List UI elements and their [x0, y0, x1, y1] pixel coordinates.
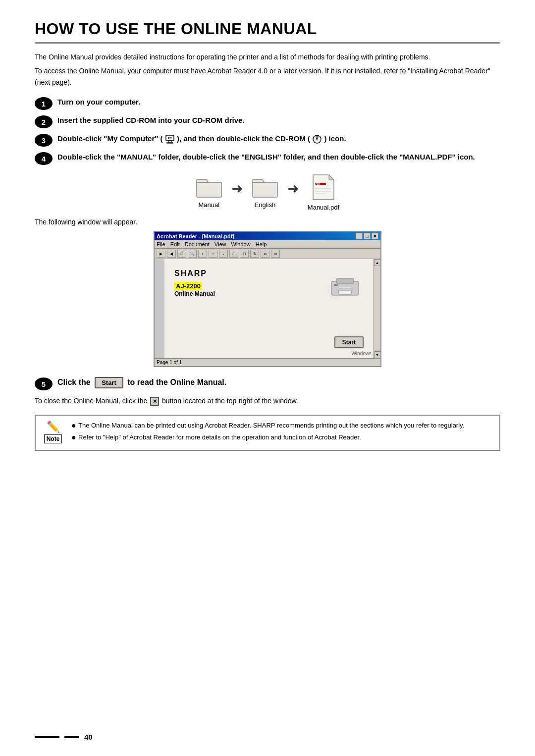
scrollbar-down[interactable]: ▼	[374, 351, 381, 358]
arrow-1-icon: ➜	[231, 180, 243, 197]
step-text-5: Click the Start to read the Online Manua…	[57, 377, 226, 388]
english-folder-label: English	[255, 201, 276, 209]
toolbar-btn-7[interactable]: -	[219, 250, 228, 258]
pdf-file-label: Manual.pdf	[308, 204, 339, 211]
toolbar-btn-3[interactable]: ⊞	[177, 250, 186, 258]
english-folder-icon	[252, 176, 278, 198]
my-computer-icon: PC	[165, 135, 175, 144]
maximize-button[interactable]: □	[364, 233, 371, 239]
svg-rect-20	[339, 287, 351, 288]
svg-point-5	[316, 138, 318, 140]
x-close-button: ✕	[150, 397, 159, 406]
folder-flow: Manual ➜ English ➜ PDF Manual.pd	[35, 174, 500, 211]
arrow-2-icon: ➜	[287, 180, 299, 197]
english-folder-item: English	[252, 176, 278, 209]
windows-label: Windows	[351, 351, 372, 356]
window-scrollbar: ▲ ▼	[374, 259, 380, 358]
sharp-logo-text: SHARP	[174, 269, 207, 278]
step-5-container: 5 Click the Start to read the Online Man…	[35, 377, 500, 390]
cd-rom-icon: CD	[312, 135, 322, 144]
window-toolbar: ▶ ◀ ⊞ 🔍 T + - ⊡ ⊟ ↻ ⇦ ⇨	[155, 249, 380, 259]
step-text-3: Double-click "My Computer" ( PC ), and t…	[57, 133, 346, 145]
svg-rect-7	[197, 182, 221, 197]
toolbar-btn-8[interactable]: ⊡	[229, 250, 238, 258]
step-4: 4 Double-click the "MANUAL" folder, doub…	[35, 152, 500, 165]
window-main-content: SHARP AJ-2200 Online Manual Start	[164, 259, 374, 358]
footer-rule-2	[64, 736, 79, 738]
window-sidebar-panel	[155, 259, 164, 358]
close-instruction: To close the Online Manual, click the ✕ …	[35, 395, 500, 406]
step-number-5: 5	[35, 378, 53, 390]
note-item-2: ● Refer to "Help" of Acrobat Reader for …	[71, 432, 464, 443]
window-title: Acrobat Reader - [Manual.pdf]	[157, 233, 234, 239]
svg-rect-17	[336, 278, 354, 283]
window-statusbar: Page 1 of 1	[155, 358, 380, 366]
step-text-2: Insert the supplied CD-ROM into your CD-…	[57, 115, 245, 126]
manual-folder-item: Manual	[196, 176, 222, 209]
menu-window[interactable]: Window	[231, 241, 251, 247]
step-number-4: 4	[35, 152, 53, 165]
manual-folder-label: Manual	[199, 201, 220, 209]
step-text-4: Double-click the "MANUAL" folder, double…	[57, 152, 475, 163]
statusbar-text: Page 1 of 1	[157, 360, 182, 365]
menu-document[interactable]: Document	[185, 241, 210, 247]
following-text: The following window will appear.	[35, 218, 500, 226]
acrobat-window: Acrobat Reader - [Manual.pdf] _ □ ✕ File…	[154, 231, 381, 367]
menu-edit[interactable]: Edit	[170, 241, 180, 247]
step-number-1: 1	[35, 97, 53, 110]
toolbar-btn-12[interactable]: ⇨	[271, 250, 280, 258]
manual-folder-icon	[196, 176, 222, 198]
footer-rule-1	[35, 736, 59, 738]
step-number-3: 3	[35, 134, 53, 147]
toolbar-btn-2[interactable]: ◀	[167, 250, 176, 258]
step-text-1: Turn on your computer.	[57, 97, 140, 108]
toolbar-btn-5[interactable]: T	[198, 250, 207, 258]
bullet-2: ●	[71, 432, 76, 442]
toolbar-btn-10[interactable]: ↻	[250, 250, 259, 258]
start-button-step5[interactable]: Start	[95, 377, 123, 388]
intro-paragraph-1: The Online Manual provides detailed inst…	[35, 52, 500, 62]
model-name-text: AJ-2200	[174, 282, 202, 290]
note-pencil-icon: ✏️	[47, 421, 60, 433]
step5-prefix: Click the	[57, 378, 91, 386]
svg-text:PC: PC	[168, 137, 172, 140]
menu-help[interactable]: Help	[256, 241, 267, 247]
start-button-in-window[interactable]: Start	[334, 336, 364, 348]
step-2: 2 Insert the supplied CD-ROM into your C…	[35, 115, 500, 128]
svg-text:CD: CD	[316, 136, 319, 138]
svg-marker-10	[329, 175, 334, 180]
svg-rect-19	[334, 284, 338, 286]
note-content: ● The Online Manual can be printed out u…	[71, 421, 464, 445]
step-1: 1 Turn on your computer.	[35, 97, 500, 110]
note-box: ✏️ Note ● The Online Manual can be print…	[35, 415, 500, 451]
minimize-button[interactable]: _	[356, 233, 363, 239]
window-menubar: File Edit Document View Window Help	[155, 240, 380, 249]
svg-rect-8	[253, 182, 277, 197]
window-titlebar: Acrobat Reader - [Manual.pdf] _ □ ✕	[155, 232, 380, 240]
toolbar-btn-11[interactable]: ⇦	[261, 250, 269, 258]
toolbar-btn-1[interactable]: ▶	[157, 250, 165, 258]
svg-rect-18	[339, 290, 351, 294]
scrollbar-up[interactable]: ▲	[374, 259, 381, 266]
step-3: 3 Double-click "My Computer" ( PC ), and…	[35, 133, 500, 147]
toolbar-btn-4[interactable]: 🔍	[188, 250, 197, 258]
svg-rect-2	[167, 142, 173, 143]
online-manual-label: Online Manual	[174, 290, 215, 297]
page-title: HOW TO USE THE ONLINE MANUAL	[35, 20, 500, 44]
intro-paragraph-2: To access the Online Manual, your comput…	[35, 65, 500, 88]
close-button[interactable]: ✕	[372, 233, 378, 239]
bullet-1: ●	[71, 421, 76, 430]
toolbar-btn-6[interactable]: +	[209, 250, 217, 258]
note-label: Note	[44, 434, 62, 443]
page-footer: 40	[35, 733, 93, 741]
step-number-2: 2	[35, 115, 53, 128]
pdf-file-icon: PDF	[312, 174, 335, 201]
window-controls: _ □ ✕	[356, 233, 378, 239]
menu-file[interactable]: File	[157, 241, 165, 247]
menu-view[interactable]: View	[214, 241, 226, 247]
printer-illustration	[326, 271, 366, 301]
toolbar-btn-9[interactable]: ⊟	[240, 250, 249, 258]
svg-text:PDF: PDF	[316, 182, 321, 185]
window-body: SHARP AJ-2200 Online Manual Start	[155, 259, 380, 358]
step5-suffix: to read the Online Manual.	[127, 378, 226, 386]
